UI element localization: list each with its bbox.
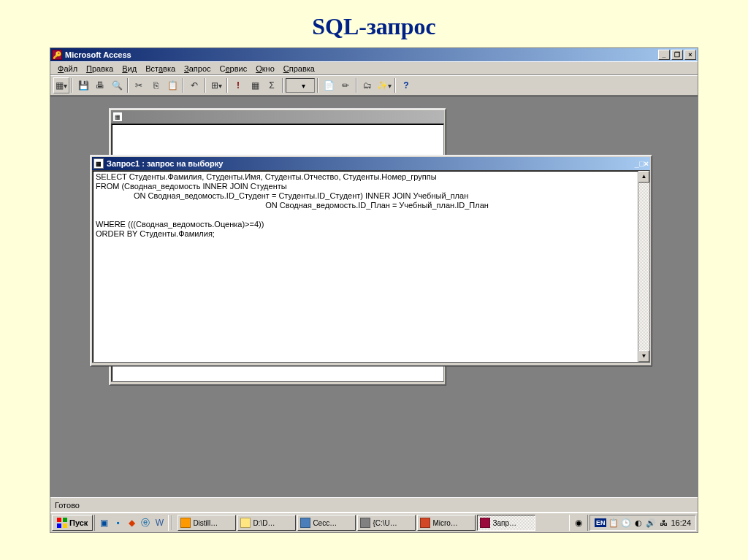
taskbar: Пуск ▣ ▪ ◆ ⓔ W Distill…D:\D…Сесс…{C:\U…M… <box>50 512 698 532</box>
task-icon <box>240 518 251 528</box>
slide-title: SQL-запрос <box>0 0 748 47</box>
start-label: Пуск <box>69 518 88 527</box>
task-button-5[interactable]: Запр… <box>477 515 535 531</box>
task-label: Micro… <box>432 519 457 527</box>
view-dropdown[interactable]: ▦▾ <box>53 77 69 93</box>
child-close-button[interactable]: × <box>644 159 649 168</box>
tray-volume-icon[interactable]: 🔊 <box>646 518 656 528</box>
task-button-0[interactable]: Distill… <box>178 515 236 531</box>
task-label: D:\D… <box>253 519 275 527</box>
scroll-up-button[interactable]: ▲ <box>638 171 649 183</box>
task-icon <box>480 518 490 528</box>
statusbar: Готово <box>50 497 698 512</box>
menu-edit[interactable]: Правка <box>82 63 118 74</box>
task-label: Запр… <box>492 519 516 527</box>
menu-view[interactable]: Вид <box>118 63 141 74</box>
task-icon <box>360 518 370 528</box>
dbwindow-button[interactable]: 🗂 <box>359 77 375 93</box>
totals-button[interactable]: Σ <box>264 77 280 93</box>
tray-network-icon[interactable]: 🖧 <box>658 518 668 528</box>
task-label: Distill… <box>193 519 218 527</box>
ql-outlook-icon[interactable]: ◆ <box>125 516 138 529</box>
ql-desktop-icon[interactable]: ▪ <box>111 516 124 529</box>
windows-logo-icon <box>57 518 67 528</box>
task-button-4[interactable]: Micro… <box>417 515 476 531</box>
query-icon: ▦ <box>94 158 104 169</box>
task-icon <box>180 518 191 528</box>
vertical-scrollbar[interactable]: ▲ ▼ <box>638 171 649 362</box>
language-indicator[interactable]: EN <box>595 518 607 527</box>
preview-button[interactable]: 🔍 <box>109 77 125 93</box>
status-text: Готово <box>55 501 80 510</box>
quick-launch: ▣ ▪ ◆ ⓔ W <box>94 515 169 531</box>
copy-button[interactable]: ⎘ <box>148 77 164 93</box>
sql-query-window[interactable]: ▦ Запрос1 : запрос на выборку _ □ × SELE… <box>90 155 652 367</box>
menu-file[interactable]: Файл <box>53 63 82 74</box>
task-icon <box>300 518 310 528</box>
help-button[interactable]: ? <box>398 77 414 93</box>
menu-query[interactable]: Запрос <box>180 63 215 74</box>
start-button[interactable]: Пуск <box>52 515 93 531</box>
tray-clock-icon[interactable]: 🕒 <box>621 518 631 528</box>
task-label: {C:\U… <box>373 519 397 527</box>
undo-button[interactable]: ↶ <box>186 77 202 93</box>
ql-explorer-icon[interactable]: ▣ <box>97 516 110 529</box>
menu-window[interactable]: Окно <box>251 63 279 74</box>
menu-insert[interactable]: Вставка <box>141 63 180 74</box>
tray-icon-3[interactable]: ◐ <box>633 518 644 528</box>
build-button[interactable]: ✏ <box>337 77 354 93</box>
menubar: Файл Правка Вид Вставка Запрос Сервис Ок… <box>50 61 698 75</box>
task-button-1[interactable]: D:\D… <box>237 515 296 531</box>
task-buttons: Distill…D:\D…Сесс…{C:\U…Micro…Запр… <box>176 515 568 531</box>
restore-button[interactable]: ❐ <box>671 50 683 60</box>
sql-window-title: Запрос1 : запрос на выборку <box>107 159 223 168</box>
window-icon: ▦ <box>112 112 123 122</box>
sql-window-titlebar[interactable]: ▦ Запрос1 : запрос на выборку _ □ × <box>92 157 650 170</box>
cut-button[interactable]: ✂ <box>131 77 147 93</box>
titlebar: 🔑 Microsoft Access _ ❐ × <box>50 48 698 61</box>
scroll-track[interactable] <box>638 183 649 350</box>
tray-task-icon[interactable]: 📋 <box>608 518 619 528</box>
task-label: Сесс… <box>313 519 337 527</box>
child-maximize-button[interactable]: □ <box>639 159 644 168</box>
querytype-button[interactable]: ⊞▾ <box>208 77 224 93</box>
ql-ie-icon[interactable]: ⓔ <box>139 516 152 529</box>
close-button[interactable]: × <box>684 50 696 60</box>
properties-button[interactable]: 📄 <box>321 77 337 93</box>
sql-editor[interactable]: SELECT Студенты.Фамилия, Студенты.Имя, С… <box>92 170 650 363</box>
app-title: Microsoft Access <box>65 50 131 59</box>
toolbar: ▦▾ 💾 🖶 🔍 ✂ ⎘ 📋 ↶ ⊞▾ ! ▦ Σ ▾ 📄 ✏ 🗂 ✨▾ ? <box>50 75 698 96</box>
task-icon <box>420 518 430 528</box>
scroll-down-button[interactable]: ▼ <box>638 350 649 362</box>
showtable-button[interactable]: ▦ <box>247 77 263 93</box>
tray-extra: ◉ <box>569 515 588 531</box>
save-button[interactable]: 💾 <box>75 77 91 93</box>
task-button-3[interactable]: {C:\U… <box>357 515 416 531</box>
print-button[interactable]: 🖶 <box>92 77 108 93</box>
menu-tools[interactable]: Сервис <box>215 63 252 74</box>
background-window-titlebar[interactable]: ▦ <box>111 110 444 123</box>
newobject-button[interactable]: ✨▾ <box>376 77 392 93</box>
run-button[interactable]: ! <box>230 77 246 93</box>
ql-word-icon[interactable]: W <box>153 516 166 529</box>
minimize-button[interactable]: _ <box>658 50 670 60</box>
paste-button[interactable]: 📋 <box>164 77 180 93</box>
menu-help[interactable]: Справка <box>279 63 319 74</box>
access-icon: 🔑 <box>52 50 62 60</box>
tray-app-icon[interactable]: ◉ <box>572 516 585 529</box>
system-tray: EN 📋 🕒 ◐ 🔊 🖧 16:24 <box>589 515 696 531</box>
sql-text[interactable]: SELECT Студенты.Фамилия, Студенты.Имя, С… <box>96 172 646 239</box>
task-button-2[interactable]: Сесс… <box>297 515 356 531</box>
mdi-area: ▦ ▦ Запрос1 : запрос на выборку _ □ × SE… <box>50 96 698 497</box>
clock[interactable]: 16:24 <box>671 518 691 527</box>
toprows-combo[interactable]: ▾ <box>286 78 315 93</box>
access-window: 🔑 Microsoft Access _ ❐ × Файл Правка Вид… <box>50 47 698 533</box>
